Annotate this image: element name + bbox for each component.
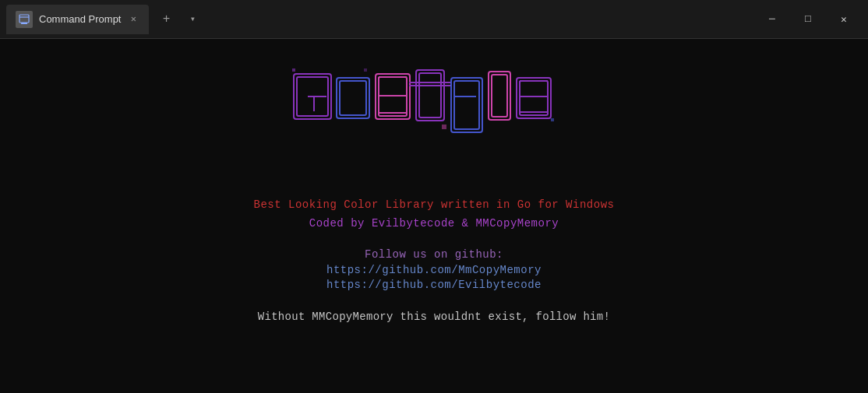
svg-rect-7 [337,78,369,118]
titlebar-left: Command Prompt ✕ + ▾ [6,5,754,34]
new-tab-button[interactable]: + [155,9,177,30]
svg-rect-24 [492,75,507,117]
follow-label: Follow us on github: [365,248,503,261]
tab-dropdown-button[interactable]: ▾ [183,10,202,29]
window-controls: ─ □ ✕ [754,7,862,32]
svg-rect-20 [451,78,482,132]
subtitle-red: Best Looking Color Library written in Go… [254,198,615,211]
bottom-text: Without MMCopyMemory this wouldnt exist,… [258,311,610,323]
minimize-button[interactable]: ─ [754,7,790,32]
svg-rect-34 [364,68,367,72]
tab-icon [16,11,33,28]
github-link-1[interactable]: https://github.com/MmCopyMemory [326,264,542,276]
svg-rect-0 [19,15,29,23]
terminal-body: .logo-stroke { fill: none; stroke-width:… [0,39,868,393]
subtitle-purple: Coded by Evilbytecode & MMCopyMemory [309,217,559,230]
svg-rect-21 [454,81,479,129]
ascii-logo: .logo-stroke { fill: none; stroke-width:… [286,62,582,183]
github-link-2[interactable]: https://github.com/Evilbytecode [326,279,542,291]
svg-rect-17 [419,73,441,118]
maximize-button[interactable]: □ [790,7,826,32]
svg-rect-33 [442,125,446,129]
active-tab[interactable]: Command Prompt ✕ [6,5,149,34]
svg-rect-16 [416,70,444,121]
svg-rect-2 [21,23,27,24]
svg-rect-32 [551,118,554,121]
close-window-button[interactable]: ✕ [826,7,862,32]
svg-rect-31 [292,68,295,72]
svg-rect-8 [340,81,366,115]
svg-rect-26 [520,81,548,115]
titlebar: Command Prompt ✕ + ▾ ─ □ ✕ [0,0,868,39]
tab-close-button[interactable]: ✕ [127,13,139,26]
tab-title: Command Prompt [39,13,121,25]
